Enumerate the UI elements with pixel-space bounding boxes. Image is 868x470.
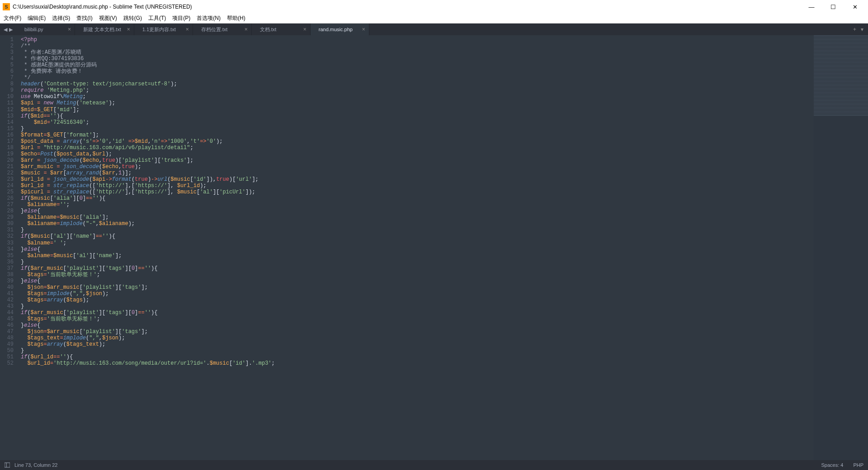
tab-menu-icon[interactable]: ▾ bbox=[861, 26, 863, 33]
close-icon[interactable]: × bbox=[245, 26, 248, 33]
tab-rand-music[interactable]: rand.music.php × bbox=[311, 24, 369, 35]
menu-project[interactable]: 项目(P) bbox=[172, 14, 190, 22]
statusbar: Line 73, Column 22 Spaces: 4 PHP bbox=[0, 460, 868, 470]
close-icon[interactable]: × bbox=[127, 26, 130, 33]
tab-label: bilibili.py bbox=[24, 27, 43, 32]
titlebar: S C:\Users\suxia\Desktop\rand.music.php … bbox=[0, 0, 868, 14]
menu-select[interactable]: 选择(S) bbox=[52, 14, 70, 22]
close-icon[interactable]: × bbox=[362, 26, 365, 33]
gutter: 1234567891011121314151617181920212223242… bbox=[0, 35, 18, 460]
nav-forward-icon[interactable]: ▶ bbox=[9, 27, 13, 33]
nav-arrows: ◀ ▶ bbox=[0, 27, 16, 33]
tab-label: 1.1更新内容.txt bbox=[142, 26, 176, 33]
close-icon[interactable]: × bbox=[68, 26, 71, 33]
tabs: bilibili.py × 新建 文本文档.txt × 1.1更新内容.txt … bbox=[16, 24, 849, 35]
menubar: 文件(F) 编辑(E) 选择(S) 查找(I) 视图(V) 跳转(G) 工具(T… bbox=[0, 14, 868, 24]
menu-edit[interactable]: 编辑(E) bbox=[28, 14, 46, 22]
status-syntax[interactable]: PHP bbox=[853, 462, 863, 468]
sidebar-toggle-icon[interactable] bbox=[5, 462, 10, 468]
menu-find[interactable]: 查找(I) bbox=[76, 14, 92, 22]
tab-bilibili[interactable]: bilibili.py × bbox=[16, 24, 75, 35]
svg-rect-0 bbox=[5, 463, 10, 467]
menu-tools[interactable]: 工具(T) bbox=[148, 14, 166, 22]
tab-newtxt[interactable]: 新建 文本文档.txt × bbox=[75, 24, 134, 35]
app-icon: S bbox=[3, 3, 10, 10]
menu-help[interactable]: 帮助(H) bbox=[227, 14, 245, 22]
menu-view[interactable]: 视图(V) bbox=[99, 14, 117, 22]
tab-doc[interactable]: 文档.txt × bbox=[252, 24, 311, 35]
tab-label: 新建 文本文档.txt bbox=[83, 26, 121, 33]
menu-file[interactable]: 文件(F) bbox=[4, 14, 21, 22]
status-spaces[interactable]: Spaces: 4 bbox=[821, 462, 843, 468]
window-title: C:\Users\suxia\Desktop\rand.music.php - … bbox=[13, 4, 805, 10]
status-cursor[interactable]: Line 73, Column 22 bbox=[14, 462, 57, 468]
close-icon[interactable]: × bbox=[303, 26, 307, 33]
tab-label: rand.music.php bbox=[319, 27, 353, 32]
code-content[interactable]: <?php /** * 作者:AE墨渊/苏晓晴 * 作者QQ:307419383… bbox=[18, 35, 814, 460]
tab-label: 存档位置.txt bbox=[201, 26, 228, 33]
menu-goto[interactable]: 跳转(G) bbox=[123, 14, 142, 22]
new-tab-icon[interactable]: + bbox=[853, 26, 856, 33]
menu-prefs[interactable]: 首选项(N) bbox=[197, 14, 221, 22]
editor-area: 1234567891011121314151617181920212223242… bbox=[0, 35, 868, 460]
minimize-button[interactable]: — bbox=[805, 4, 818, 10]
tab-update[interactable]: 1.1更新内容.txt × bbox=[134, 24, 193, 35]
tab-actions: + ▾ bbox=[849, 26, 868, 33]
close-icon[interactable]: × bbox=[186, 26, 189, 33]
tab-save-location[interactable]: 存档位置.txt × bbox=[193, 24, 252, 35]
window-controls: — ☐ ✕ bbox=[805, 4, 865, 10]
close-button[interactable]: ✕ bbox=[848, 4, 862, 10]
tab-strip: ◀ ▶ bilibili.py × 新建 文本文档.txt × 1.1更新内容.… bbox=[0, 24, 868, 35]
tab-label: 文档.txt bbox=[260, 26, 277, 33]
nav-back-icon[interactable]: ◀ bbox=[4, 27, 7, 33]
minimap[interactable] bbox=[814, 35, 868, 460]
maximize-button[interactable]: ☐ bbox=[826, 4, 840, 10]
